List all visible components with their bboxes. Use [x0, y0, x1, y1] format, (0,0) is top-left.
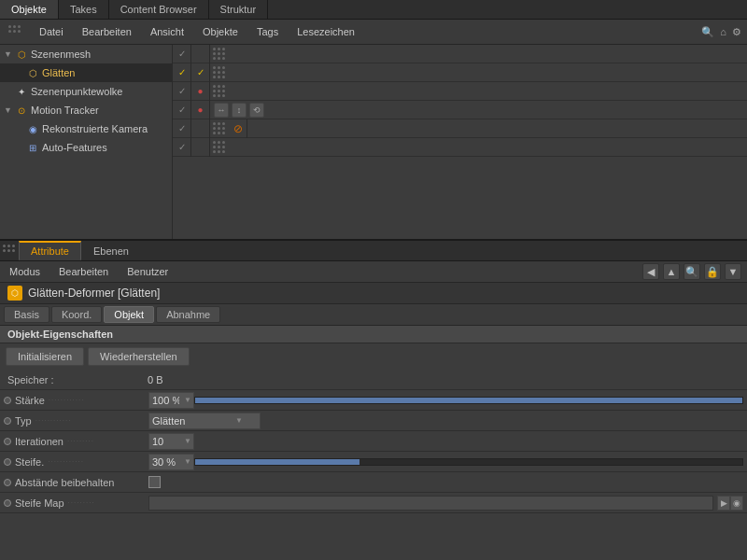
attr-tabs: Attribute Ebenen	[0, 241, 747, 261]
attr-menu-bearbeiten[interactable]: Bearbeiten	[55, 265, 112, 278]
tab-struktur[interactable]: Struktur	[209, 0, 269, 19]
typ-arrow[interactable]: ▼	[233, 416, 245, 425]
menu-datei[interactable]: Datei	[35, 25, 67, 38]
steife-map-btn-2[interactable]: ◉	[730, 496, 743, 511]
section-header: Objekt-Eigenschaften	[0, 326, 747, 343]
dots-typ: ············	[35, 416, 72, 425]
steife-track[interactable]	[194, 458, 743, 466]
icon-tracker: ⊙	[15, 104, 28, 117]
attr-menu-benutzer[interactable]: Benutzer	[123, 265, 172, 278]
icon-kamera: ◉	[26, 122, 39, 135]
settings-icon[interactable]: ⚙	[732, 26, 741, 38]
dot-iterationen	[4, 438, 11, 445]
staerke-input[interactable]: ▼	[148, 392, 194, 409]
vis-kamera[interactable]: ✓	[173, 119, 191, 138]
render-kamera[interactable]	[191, 119, 210, 138]
tab-takes[interactable]: Takes	[59, 0, 109, 19]
attr-menu-modus[interactable]: Modus	[6, 265, 44, 278]
menu-objekte[interactable]: Objekte	[199, 25, 242, 38]
abstaende-checkbox[interactable]	[148, 476, 161, 488]
typ-input[interactable]: ▼	[148, 413, 261, 429]
iterationen-arrow[interactable]: ▼	[182, 437, 193, 445]
init-button[interactable]: Initialisieren	[6, 347, 84, 366]
menu-ansicht[interactable]: Ansicht	[147, 25, 188, 38]
render-tracker[interactable]: ●	[191, 101, 210, 119]
menu-lesezeichen[interactable]: Lesezeichen	[293, 25, 359, 38]
sub-tab-koord[interactable]: Koord.	[51, 306, 102, 323]
tab-attribute[interactable]: Attribute	[19, 241, 81, 260]
vis-cloud[interactable]: ✓	[173, 82, 191, 101]
object-tree: ▼ ⬡ Szenenmesh ⬡ Glätten ✦ Szenenpunktew…	[0, 45, 173, 239]
staerke-field[interactable]	[149, 395, 182, 406]
steife-slider[interactable]	[194, 458, 743, 466]
attr-toolbar: ◀ ▲ 🔍 🔒 ▼	[642, 263, 741, 280]
label-motion-tracker: Motion Tracker	[31, 105, 99, 116]
search-icon[interactable]: 🔍	[701, 26, 714, 38]
attr-menu-bar: Modus Bearbeiten Benutzer ◀ ▲ 🔍 🔒 ▼	[0, 261, 747, 283]
label-typ: Typ	[15, 415, 32, 427]
attribute-section: Attribute Ebenen Modus Bearbeiten Benutz…	[0, 241, 747, 513]
label-szenenpunktewolke: Szenenpunktewolke	[31, 86, 122, 97]
menu-tags[interactable]: Tags	[253, 25, 282, 38]
render-features[interactable]	[191, 138, 210, 157]
staerke-arrow[interactable]: ▼	[182, 396, 193, 404]
render-szenenmesh[interactable]	[191, 45, 210, 63]
menu-bearbeiten[interactable]: Bearbeiten	[78, 25, 135, 38]
prop-row-abstaende: Abstände beibehalten	[0, 472, 747, 493]
tree-item-auto-features[interactable]: ⊞ Auto-Features	[0, 138, 172, 157]
steife-arrow[interactable]: ▼	[182, 457, 193, 466]
tree-item-motion-tracker[interactable]: ▼ ⊙ Motion Tracker	[0, 101, 172, 119]
render-cloud[interactable]: ●	[191, 82, 210, 101]
attr-next-btn[interactable]: ▲	[663, 263, 680, 280]
vis-features[interactable]: ✓	[173, 138, 191, 157]
vis-glaetten[interactable]: ✓	[173, 63, 191, 82]
staerke-slider[interactable]	[194, 397, 743, 404]
steife-field[interactable]	[149, 456, 182, 468]
staerke-track[interactable]	[194, 397, 743, 404]
reset-button[interactable]: Wiederherstellen	[88, 347, 190, 366]
tree-item-glaetten[interactable]: ⬡ Glätten	[0, 63, 172, 82]
tracker-btn-2[interactable]: ↕	[232, 103, 247, 118]
sub-tab-basis[interactable]: Basis	[4, 306, 49, 323]
tab-content-browser[interactable]: Content Browser	[109, 0, 209, 19]
label-steife-map: Steife Map	[15, 497, 64, 509]
dots-glaetten	[210, 63, 229, 82]
tab-ebenen[interactable]: Ebenen	[81, 242, 141, 260]
prop-value-typ: ▼	[148, 413, 743, 429]
speicher-value: 0 B	[148, 374, 163, 385]
typ-field[interactable]	[149, 415, 233, 427]
expand-arrow-tracker[interactable]: ▼	[4, 105, 13, 115]
render-glaetten[interactable]: ✓	[191, 63, 210, 82]
tab-objekte[interactable]: Objekte	[0, 0, 59, 19]
dot-steife	[4, 458, 11, 466]
prop-label-iterationen: Iterationen ·········	[4, 436, 148, 447]
sub-tab-objekt[interactable]: Objekt	[104, 306, 154, 323]
tree-item-szenenmesh[interactable]: ▼ ⬡ Szenenmesh	[0, 45, 172, 63]
attr-prev-btn[interactable]: ◀	[642, 263, 659, 280]
iterationen-field[interactable]	[149, 436, 182, 447]
steife-input[interactable]: ▼	[148, 454, 194, 470]
tracker-btn-3[interactable]: ⟲	[249, 103, 264, 118]
tracker-btn-1[interactable]: ↔	[214, 103, 229, 118]
attr-more-btn[interactable]: ▼	[725, 263, 741, 280]
vis-tracker[interactable]: ✓	[173, 101, 191, 119]
sub-tab-abnahme[interactable]: Abnahme	[156, 306, 220, 323]
dot-abstaende	[4, 479, 11, 486]
dot-staerke	[4, 397, 11, 404]
block-kamera[interactable]: ⊘	[229, 119, 247, 138]
attr-lock-btn[interactable]: 🔒	[704, 263, 721, 280]
home-icon[interactable]: ⌂	[720, 26, 726, 38]
dots-staerke: ············	[49, 396, 85, 404]
steife-map-btn-1[interactable]: ▶	[717, 496, 730, 511]
tree-item-kamera[interactable]: ◉ Rekonstruierte Kamera	[0, 119, 172, 138]
attr-zoom-btn[interactable]: 🔍	[684, 263, 700, 280]
iterationen-input[interactable]: ▼	[148, 433, 194, 450]
steife-map-input[interactable]	[148, 496, 713, 511]
vis-szenenmesh[interactable]: ✓	[173, 45, 191, 63]
sub-tabs: Basis Koord. Objekt Abnahme	[0, 304, 747, 326]
label-auto-features: Auto-Features	[42, 142, 107, 153]
dots-iterationen: ·········	[67, 437, 94, 445]
label-abstaende: Abstände beibehalten	[15, 477, 114, 488]
expand-arrow-szenenmesh[interactable]: ▼	[4, 49, 13, 59]
tree-item-szenenpunktewolke[interactable]: ✦ Szenenpunktewolke	[0, 82, 172, 101]
